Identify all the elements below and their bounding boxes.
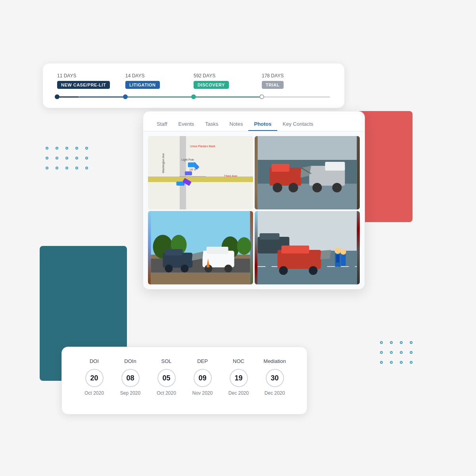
- date-circle: 19: [230, 369, 248, 387]
- svg-point-24: [237, 237, 251, 255]
- photo-map[interactable]: Union Planters Bank Light Pole Third Ave…: [148, 136, 253, 209]
- tab-photos[interactable]: Photos: [248, 118, 277, 131]
- date-col-label: NOC: [233, 358, 244, 364]
- map-placeholder: Union Planters Bank Light Pole Third Ave…: [148, 136, 253, 209]
- map-car-1: [192, 162, 200, 170]
- tab-key-contacts[interactable]: Key Contacts: [277, 118, 319, 131]
- stage-badge: DISCOVERY: [194, 81, 229, 89]
- dates-card: DOI 20 Oct 2020 DOIn 08 Sep 2020 SOL 05 …: [61, 347, 307, 415]
- svg-rect-41: [282, 246, 309, 253]
- svg-point-42: [279, 266, 288, 275]
- svg-point-43: [309, 266, 318, 275]
- timeline-stage: 178 DAYS TRIAL: [262, 73, 330, 89]
- date-col-label: DOIn: [124, 358, 136, 364]
- crash-svg-2: [148, 211, 253, 284]
- date-col-mediation: Mediation 30 Dec 2020: [257, 358, 293, 396]
- dot-grid-right: [380, 341, 413, 364]
- date-col-doi: DOI 20 Oct 2020: [76, 358, 112, 396]
- svg-point-46: [335, 248, 341, 254]
- date-circle: 05: [157, 369, 176, 387]
- photos-tabs: StaffEventsTasksNotesPhotosKey Contacts: [143, 111, 365, 131]
- tab-staff[interactable]: Staff: [151, 118, 173, 131]
- dot-grid-left: [46, 147, 88, 169]
- stage-days: 178 DAYS: [262, 73, 330, 79]
- timeline-stage: 11 DAYS NEW CASE/PRE-LIT: [57, 73, 125, 89]
- svg-rect-9: [272, 164, 290, 172]
- date-month: Dec 2020: [265, 390, 285, 396]
- date-col-sol: SOL 05 Oct 2020: [148, 358, 184, 396]
- timeline-dot-1: [55, 94, 60, 99]
- timeline-stage: 14 DAYS LITIGATION: [125, 73, 194, 89]
- date-circle: 08: [121, 369, 140, 387]
- date-circle: 09: [194, 369, 212, 387]
- date-col-label: DEP: [197, 358, 208, 364]
- date-month: Oct 2020: [157, 390, 176, 396]
- svg-rect-13: [325, 162, 345, 171]
- dates-columns-container: DOI 20 Oct 2020 DOIn 08 Sep 2020 SOL 05 …: [76, 358, 293, 396]
- stage-days: 14 DAYS: [125, 73, 194, 79]
- timeline-card: 11 DAYS NEW CASE/PRE-LIT 14 DAYS LITIGAT…: [43, 63, 344, 108]
- timeline-dot-3: [191, 94, 196, 99]
- svg-rect-39: [260, 233, 280, 240]
- stage-days: 11 DAYS: [57, 73, 125, 79]
- tab-events[interactable]: Events: [173, 118, 200, 131]
- date-month: Oct 2020: [84, 390, 104, 396]
- svg-rect-30: [207, 247, 228, 254]
- svg-point-15: [332, 183, 342, 192]
- stage-days: 592 DAYS: [194, 73, 262, 79]
- map-bank-label: Union Planters Bank: [190, 145, 215, 148]
- map-wash-label: Washington Ave: [162, 153, 165, 173]
- map-pole-label: Light Pole: [182, 158, 194, 161]
- svg-marker-44: [321, 250, 331, 259]
- timeline-line: [57, 94, 330, 100]
- photos-card: StaffEventsTasksNotesPhotosKey Contacts …: [143, 111, 365, 290]
- svg-rect-26: [165, 249, 183, 255]
- svg-point-11: [289, 183, 298, 192]
- svg-rect-6: [258, 184, 357, 209]
- date-month: Sep 2020: [120, 390, 140, 396]
- map-car-2: [185, 171, 192, 175]
- svg-rect-48: [341, 254, 346, 266]
- timeline-progress-2: [79, 96, 125, 98]
- date-month: Nov 2020: [192, 390, 213, 396]
- date-col-noc: NOC 19 Dec 2020: [221, 358, 257, 396]
- svg-rect-47: [336, 255, 340, 263]
- date-circle: 30: [266, 369, 284, 387]
- timeline-progress-1: [57, 96, 79, 98]
- date-month: Dec 2020: [228, 390, 249, 396]
- date-col-label: Mediation: [263, 358, 286, 364]
- date-col-label: SOL: [161, 358, 171, 364]
- timeline-dot-2: [123, 94, 128, 99]
- stage-badge: LITIGATION: [125, 81, 160, 89]
- photo-crash-2[interactable]: [148, 211, 253, 284]
- tab-tasks[interactable]: Tasks: [200, 118, 224, 131]
- svg-point-14: [313, 183, 322, 192]
- timeline-stages: 11 DAYS NEW CASE/PRE-LIT 14 DAYS LITIGAT…: [57, 73, 330, 89]
- map-road-horizontal: [148, 177, 253, 182]
- stage-badge: TRIAL: [262, 81, 284, 89]
- svg-point-10: [273, 183, 282, 192]
- map-car-3: [177, 182, 184, 186]
- svg-point-28: [181, 265, 189, 273]
- timeline-stage: 592 DAYS DISCOVERY: [194, 73, 262, 89]
- date-col-dep: DEP 09 Nov 2020: [184, 358, 221, 396]
- tab-notes[interactable]: Notes: [224, 118, 249, 131]
- photo-crash-1[interactable]: [255, 136, 360, 209]
- map-third-label: Third Ave: [224, 174, 238, 178]
- crash-svg-3: [255, 211, 360, 284]
- date-col-doin: DOIn 08 Sep 2020: [112, 358, 148, 396]
- photo-crash-3[interactable]: [255, 211, 360, 284]
- photos-grid: Union Planters Bank Light Pole Third Ave…: [143, 131, 365, 289]
- svg-point-32: [225, 265, 232, 273]
- svg-point-27: [165, 265, 173, 273]
- date-col-label: DOI: [90, 358, 99, 364]
- svg-point-49: [341, 249, 346, 255]
- timeline-dot-4: [259, 94, 264, 99]
- stage-badge: NEW CASE/PRE-LIT: [57, 81, 110, 89]
- date-circle: 20: [85, 369, 104, 387]
- crash-svg-1: [255, 136, 360, 209]
